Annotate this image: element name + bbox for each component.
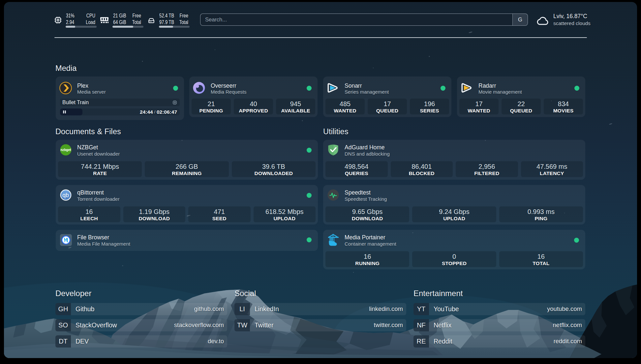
svg-text:qb: qb xyxy=(62,192,69,198)
svg-text:nzbget: nzbget xyxy=(60,148,71,152)
